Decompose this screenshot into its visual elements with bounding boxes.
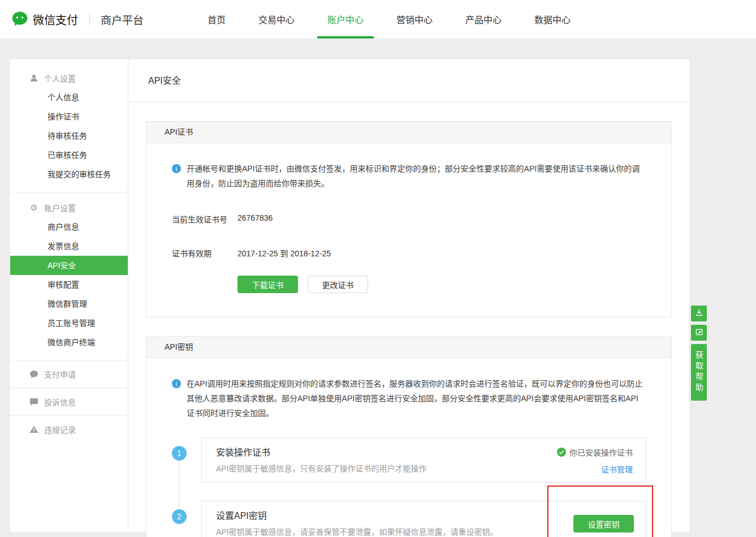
wechat-pay-logo-icon	[11, 11, 28, 28]
cert-number-row: 当前生效证书号 26767836	[172, 213, 646, 225]
logo[interactable]: 微信支付 ｜ 商户平台	[11, 11, 144, 28]
sidebar: 个人设置 个人信息 操作证书 待审核任务 已审核任务 我提交的审核任务 ⚙ 账户…	[10, 59, 128, 532]
feedback-edit-button[interactable]	[691, 325, 707, 341]
sidebar-item-reviewed-tasks[interactable]: 已审核任务	[10, 145, 128, 165]
get-help-button[interactable]: 获取帮助	[691, 344, 707, 401]
check-circle-icon	[557, 448, 566, 457]
cert-validity-value: 2017-12-25 到 2018-12-25	[237, 247, 331, 259]
sidebar-group-header-personal-settings[interactable]: 个人设置	[10, 68, 128, 88]
api-key-section: API密钥 i 在API调用时用来按照指定规则对你的请求参数进行签名，服务器收到…	[146, 336, 672, 537]
cert-number-value: 26767836	[237, 213, 273, 225]
step-1-row: 1 安装操作证书 API密钥属于敏感信息，只有安装了操作证书的用户才能操作 你已…	[172, 437, 646, 483]
page-title: API安全	[128, 59, 689, 102]
gear-icon: ⚙	[29, 203, 38, 212]
step-2-title: 设置API密钥	[216, 510, 633, 522]
sidebar-item-my-submitted-tasks[interactable]: 我提交的审核任务	[10, 165, 128, 184]
cert-manage-link[interactable]: 证书管理	[601, 463, 633, 475]
sidebar-item-invoice-info[interactable]: 发票信息	[10, 237, 128, 256]
step-1-desc: API密钥属于敏感信息，只有安装了操作证书的用户才能操作	[216, 463, 633, 474]
nav-item-product-center[interactable]: 产品中心	[455, 0, 512, 38]
info-icon: i	[172, 164, 181, 173]
step-1-status-text: 你已安装操作证书	[569, 446, 633, 458]
api-cert-section-body: i 开通帐号和更换API证书时，由微信支付签发，用来标识和界定你的身份；部分安全…	[146, 143, 671, 317]
sidebar-group-payment-application: 支付申请	[10, 360, 128, 388]
change-cert-button[interactable]: 更改证书	[308, 276, 368, 293]
sidebar-item-wechat-merchant-terminal[interactable]: 微信商户终端	[10, 333, 128, 352]
nav-item-data-center[interactable]: 数据中心	[524, 0, 581, 38]
sidebar-group-complaint-info: 投诉信息	[10, 388, 128, 415]
nav-item-marketing-center[interactable]: 营销中心	[386, 0, 443, 38]
sidebar-item-merchant-info[interactable]: 商户信息	[10, 217, 128, 237]
api-key-steps: 1 安装操作证书 API密钥属于敏感信息，只有安装了操作证书的用户才能操作 你已…	[172, 437, 646, 537]
brand-divider: ｜	[84, 11, 95, 28]
set-api-key-button[interactable]: 设置密钥	[573, 515, 634, 532]
sidebar-group-violation-record: 违规记录	[10, 415, 128, 443]
get-help-label: 获取帮助	[693, 351, 705, 394]
cert-number-label: 当前生效证书号	[172, 213, 237, 225]
chat-bubble-icon	[29, 370, 38, 379]
api-cert-section-title: API证书	[146, 122, 671, 143]
sidebar-group-title: 违规记录	[44, 424, 76, 435]
step-1-status: 你已安装操作证书	[557, 446, 633, 458]
key-info-row: i 在API调用时用来按照指定规则对你的请求参数进行签名，服务器收到你的请求时会…	[172, 376, 646, 420]
download-icon	[695, 308, 703, 319]
step-2-box: 设置API密钥 API密钥属于敏感信息，请妥善保管不要泄露，如果怀疑信息泄露，请…	[201, 501, 646, 537]
help-float-panel: 获取帮助	[691, 306, 707, 401]
sidebar-item-api-security[interactable]: API安全	[10, 256, 128, 275]
api-cert-section: API证书 i 开通帐号和更换API证书时，由微信支付签发，用来标识和界定你的身…	[146, 121, 672, 317]
platform-title: 商户平台	[101, 12, 144, 27]
sidebar-item-wechat-group-management[interactable]: 微信群管理	[10, 294, 128, 313]
sidebar-item-personal-info[interactable]: 个人信息	[10, 88, 128, 107]
api-key-section-title: API密钥	[146, 337, 671, 358]
sidebar-item-review-config[interactable]: 审核配置	[10, 275, 128, 294]
brand-name: 微信支付	[33, 11, 78, 28]
nav-item-account-center[interactable]: 账户中心	[317, 0, 374, 38]
key-info-text: 在API调用时用来按照指定规则对你的请求参数进行签名，服务器收到你的请求时会进行…	[187, 376, 646, 420]
download-cert-button[interactable]: 下载证书	[237, 276, 298, 293]
cert-validity-row: 证书有效期 2017-12-25 到 2018-12-25	[172, 247, 646, 259]
cert-buttons-row: 下载证书 更改证书	[172, 276, 646, 293]
sidebar-group-header-payment-application[interactable]: 支付申请	[10, 364, 128, 384]
nav-item-transaction-center[interactable]: 交易中心	[248, 0, 305, 38]
sidebar-group-title: 投诉信息	[44, 396, 76, 407]
sidebar-group-title: 账户设置	[44, 202, 76, 213]
top-header: 微信支付 ｜ 商户平台 首页 交易中心 账户中心 营销中心 产品中心 数据中心	[0, 0, 756, 38]
nav-item-home[interactable]: 首页	[197, 0, 236, 38]
sidebar-group-header-complaint-info[interactable]: 投诉信息	[10, 392, 128, 411]
warning-icon	[29, 425, 38, 434]
sidebar-group-title: 个人设置	[44, 72, 76, 84]
step-2-desc: API密钥属于敏感信息，请妥善保管不要泄露，如果怀疑信息泄露，请重设密钥。	[216, 527, 633, 537]
cert-info-row: i 开通帐号和更换API证书时，由微信支付签发，用来标识和界定你的身份；部分安全…	[172, 161, 646, 191]
step-2-row: 2 设置API密钥 API密钥属于敏感信息，请妥善保管不要泄露，如果怀疑信息泄露…	[172, 501, 646, 537]
sidebar-group-header-violation-record[interactable]: 违规记录	[10, 420, 128, 439]
sidebar-group-personal-settings: 个人设置 个人信息 操作证书 待审核任务 已审核任务 我提交的审核任务	[10, 59, 128, 192]
sidebar-item-operation-cert[interactable]: 操作证书	[10, 107, 128, 126]
person-icon	[29, 74, 38, 83]
comment-icon	[29, 397, 38, 406]
edit-icon	[695, 328, 703, 338]
cert-validity-label: 证书有效期	[172, 247, 237, 259]
api-key-section-body: i 在API调用时用来按照指定规则对你的请求参数进行签名，服务器收到你的请求时会…	[146, 358, 671, 537]
info-icon: i	[172, 379, 181, 388]
sidebar-item-staff-account-management[interactable]: 员工账号管理	[10, 313, 128, 333]
sidebar-item-pending-review-tasks[interactable]: 待审核任务	[10, 126, 128, 145]
download-help-button[interactable]	[691, 306, 707, 321]
main-content: API安全 API证书 i 开通帐号和更换API证书时，由微信支付签发，用来标识…	[128, 59, 689, 532]
step-2-number: 2	[172, 509, 187, 524]
sidebar-group-account-settings: ⚙ 账户设置 商户信息 发票信息 API安全 审核配置 微信群管理 员工账号管理…	[10, 192, 128, 360]
step-1-number: 1	[172, 446, 187, 461]
step-1-box: 安装操作证书 API密钥属于敏感信息，只有安装了操作证书的用户才能操作 你已安装…	[201, 437, 646, 483]
sidebar-group-title: 支付申请	[44, 368, 76, 380]
cert-info-text: 开通帐号和更换API证书时，由微信支付签发，用来标识和界定你的身份；部分安全性要…	[187, 161, 646, 191]
sidebar-group-header-account-settings[interactable]: ⚙ 账户设置	[10, 198, 128, 217]
main-nav: 首页 交易中心 账户中心 营销中心 产品中心 数据中心	[191, 0, 587, 38]
